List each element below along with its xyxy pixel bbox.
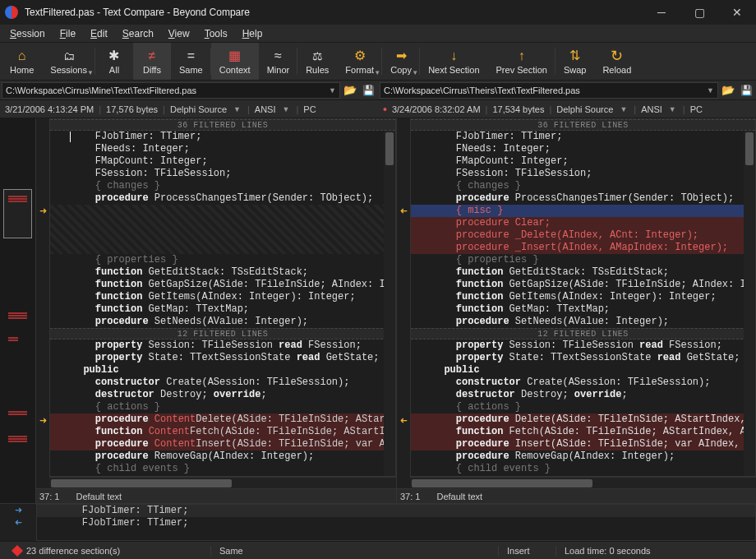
sessions-button[interactable]: Sessions▼: [42, 43, 95, 80]
menu-file[interactable]: File: [53, 26, 82, 41]
filtered-strip[interactable]: 36 FILTERED LINES: [411, 119, 755, 131]
arrow-left-icon[interactable]: [397, 414, 410, 427]
code-line[interactable]: constructor Create(ASession: TFileSessio…: [50, 377, 395, 389]
code-line[interactable]: FJobTimer: TTimer;: [411, 131, 755, 143]
right-path-combobox[interactable]: C:\Workspace\Cirrus\Theirs\Text\TextFilt…: [380, 82, 718, 99]
same-button[interactable]: Same: [171, 43, 211, 80]
diffs-button[interactable]: Diffs: [133, 43, 171, 80]
code-line[interactable]: procedure ProcessChangesTimer(Sender: TO…: [411, 192, 755, 205]
maximize-button[interactable]: ▢: [680, 0, 718, 25]
all-button[interactable]: All: [95, 43, 133, 80]
code-line[interactable]: [50, 242, 395, 254]
code-line[interactable]: function GetEditStack: TSsEditStack;: [411, 266, 755, 279]
copy-button[interactable]: Copy▼: [382, 43, 420, 80]
code-line[interactable]: FMapCount: Integer;: [411, 155, 755, 168]
code-line[interactable]: { child events }: [50, 463, 395, 475]
left-encoding[interactable]: ANSI: [255, 104, 276, 114]
code-line[interactable]: FNeeds: Integer;: [50, 143, 395, 155]
code-line[interactable]: function GetGapSize(ASide: TFileInSide; …: [411, 279, 755, 291]
difference-map[interactable]: [0, 118, 36, 503]
code-line[interactable]: procedure ContentInsert(ASide: TFileInSi…: [50, 438, 395, 450]
code-line[interactable]: destructor Destroy; override;: [411, 389, 755, 401]
merge-editor[interactable]: FJobTimer: TTimer; FJobTimer: TTimer;: [36, 504, 756, 541]
chevron-down-icon[interactable]: ▼: [281, 105, 292, 113]
code-line[interactable]: { actions }: [411, 401, 755, 413]
code-line[interactable]: public: [50, 364, 395, 377]
left-browse-button[interactable]: [342, 82, 358, 99]
arrow-right-icon[interactable]: [36, 414, 49, 427]
code-line[interactable]: procedure RemoveGap(AIndex: Integer);: [50, 450, 395, 463]
rules-button[interactable]: Rules: [297, 43, 337, 80]
horizontal-scrollbar[interactable]: [49, 477, 396, 488]
code-line[interactable]: FJobTimer: TTimer;: [50, 131, 395, 143]
code-line[interactable]: { changes }: [411, 180, 755, 192]
arrow-left-icon[interactable]: [0, 516, 36, 529]
minor-button[interactable]: Minor: [259, 43, 298, 80]
code-line[interactable]: property State: TTextSessionState read G…: [411, 352, 755, 364]
code-line[interactable]: function GetMap: TTextMap;: [50, 303, 395, 316]
left-newline[interactable]: PC: [303, 104, 316, 114]
context-button[interactable]: Context: [211, 43, 259, 80]
code-line[interactable]: { changes }: [50, 180, 395, 192]
code-line[interactable]: property State: TTextSessionState read G…: [50, 352, 395, 364]
right-encoding[interactable]: ANSI: [641, 104, 662, 114]
prev-button[interactable]: Prev Section: [488, 43, 555, 80]
code-line[interactable]: { actions }: [50, 401, 395, 413]
code-line[interactable]: [50, 217, 395, 229]
menu-session[interactable]: Session: [3, 26, 52, 41]
chevron-down-icon[interactable]: ▼: [618, 105, 629, 113]
minimize-button[interactable]: ─: [643, 0, 680, 25]
code-line[interactable]: { misc }: [411, 205, 755, 217]
filtered-strip[interactable]: 36 FILTERED LINES: [50, 119, 395, 131]
code-line[interactable]: function Fetch(ASide: TFileInSide; AStar…: [411, 426, 755, 438]
code-line[interactable]: FNeeds: Integer;: [411, 143, 755, 155]
code-line[interactable]: function GetItems(AIndex: Integer): Inte…: [50, 291, 395, 303]
code-line[interactable]: [50, 205, 395, 217]
code-line[interactable]: procedure Delete(ASide: TFileInSide; ASt…: [411, 413, 755, 426]
right-editor[interactable]: 36 FILTERED LINES FJobTimer: TTimer; FNe…: [410, 118, 756, 477]
code-line[interactable]: function GetItems(AIndex: Integer): Inte…: [411, 291, 755, 303]
code-line[interactable]: procedure ContentDelete(ASide: TFileInSi…: [50, 413, 395, 426]
left-save-button[interactable]: [360, 82, 376, 99]
reload-button[interactable]: Reload: [594, 43, 639, 80]
code-line[interactable]: function GetEditStack: TSsEditStack;: [50, 266, 395, 279]
code-line[interactable]: procedure _Insert(AIndex, AMapIndex: Int…: [411, 242, 755, 254]
right-save-button[interactable]: [738, 82, 754, 99]
code-line[interactable]: procedure RemoveGap(AIndex: Integer);: [411, 450, 755, 463]
menu-search[interactable]: Search: [116, 26, 160, 41]
menu-view[interactable]: View: [162, 26, 196, 41]
filtered-strip[interactable]: 12 FILTERED LINES: [411, 328, 755, 340]
code-line[interactable]: procedure SetNeeds(AValue: Integer);: [411, 316, 755, 328]
close-button[interactable]: ✕: [718, 0, 756, 25]
arrow-right-icon[interactable]: [36, 205, 49, 217]
chevron-down-icon[interactable]: ▼: [667, 105, 678, 113]
home-button[interactable]: Home: [2, 43, 42, 80]
code-line[interactable]: procedure _Delete(AIndex, ACnt: Integer)…: [411, 229, 755, 242]
code-line[interactable]: { properties }: [411, 254, 755, 266]
next-button[interactable]: Next Section: [420, 43, 487, 80]
code-line[interactable]: function GetMap: TTextMap;: [411, 303, 755, 316]
menu-help[interactable]: Help: [236, 26, 270, 41]
vertical-scrollbar[interactable]: [384, 131, 395, 476]
code-line[interactable]: procedure Clear;: [411, 217, 755, 229]
code-line[interactable]: { properties }: [50, 254, 395, 266]
code-line[interactable]: [50, 229, 395, 242]
code-line[interactable]: function GetGapSize(ASide: TFileInSide; …: [50, 279, 395, 291]
code-line[interactable]: property Session: TFileSession read FSes…: [411, 340, 755, 352]
code-line[interactable]: procedure ProcessChangesTimer(Sender: TO…: [50, 192, 395, 205]
code-line[interactable]: procedure SetNeeds(AValue: Integer);: [50, 316, 395, 328]
menu-tools[interactable]: Tools: [198, 26, 234, 41]
left-editor[interactable]: 36 FILTERED LINES FJobTimer: TTimer; FNe…: [49, 118, 396, 477]
right-browse-button[interactable]: [720, 82, 736, 99]
menu-edit[interactable]: Edit: [84, 26, 114, 41]
code-line[interactable]: procedure Insert(ASide: TFileInSide; var…: [411, 438, 755, 450]
left-lang[interactable]: Delphi Source: [170, 104, 227, 114]
code-line[interactable]: FMapCount: Integer;: [50, 155, 395, 168]
format-button[interactable]: Format▼: [337, 43, 382, 80]
code-line[interactable]: { child events }: [411, 463, 755, 475]
left-path-combobox[interactable]: C:\Workspace\Cirrus\Mine\Text\TextFilter…: [2, 82, 340, 99]
chevron-down-icon[interactable]: ▼: [232, 105, 242, 113]
arrow-right-icon[interactable]: [0, 504, 36, 516]
code-line[interactable]: property Session: TFileSession read FSes…: [50, 340, 395, 352]
code-line[interactable]: constructor Create(ASession: TFileSessio…: [411, 377, 755, 389]
